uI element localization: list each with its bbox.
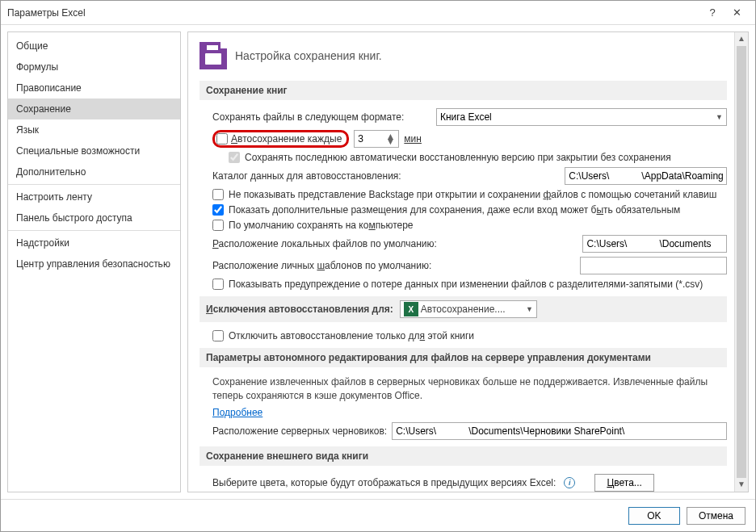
keep-last-autorecovered-label: Сохранять последнюю автоматически восста… (245, 152, 671, 163)
close-button[interactable]: ✕ (724, 6, 749, 19)
autosave-highlight: ААвтосохранение каждыевтосохранение кажд… (212, 130, 349, 148)
section-autorecover-label: Исключения автовосстановления для: (206, 304, 393, 315)
scroll-up-arrow[interactable]: ▲ (735, 32, 748, 46)
autorecover-dir-input[interactable] (565, 167, 727, 185)
section-autorecover-exceptions: Исключения автовосстановления для: Исклю… (200, 296, 727, 322)
section-offline-editing: Параметры автономного редактирования для… (200, 348, 727, 367)
info-icon[interactable]: i (564, 477, 575, 488)
colors-label: Выберите цвета, которые будут отображать… (212, 477, 556, 488)
sidebar-separator (8, 184, 180, 185)
csv-warning-label: Показывать предупреждение о потере данны… (229, 279, 703, 290)
dialog-body: Общие Формулы Правописание Сохранение Яз… (1, 25, 755, 499)
sidebar-item-general[interactable]: Общие (8, 36, 180, 57)
autorecover-dir-label: Каталог данных для автовосстановления: (212, 170, 401, 182)
sidebar-item-save[interactable]: Сохранение (8, 98, 180, 119)
cancel-button[interactable]: Отмена (687, 507, 746, 525)
local-files-input[interactable] (582, 235, 727, 253)
sidebar-item-accessibility[interactable]: Специальные возможности (8, 140, 180, 161)
save-format-dropdown[interactable]: Книга Excel ▼ (436, 108, 727, 126)
autosave-minutes-value: 3 (358, 133, 385, 145)
default-save-pc-checkbox[interactable] (212, 220, 224, 231)
autosave-checkbox[interactable] (216, 133, 228, 145)
server-drafts-input[interactable] (392, 422, 727, 440)
sidebar-item-addins[interactable]: Надстройки (8, 232, 180, 253)
show-additional-locations-label: Показать дополнительные размещения для с… (229, 204, 680, 216)
chevron-down-icon: ▼ (712, 113, 723, 121)
sidebar-item-advanced[interactable]: Дополнительно (8, 161, 180, 182)
scroll-thumb[interactable] (737, 46, 746, 492)
help-button[interactable]: ? (700, 6, 724, 19)
disable-autorecover-checkbox[interactable] (212, 330, 224, 341)
colors-button[interactable]: Цвета... (594, 474, 653, 492)
main-panel: Настройка сохранения книг. Сохранение кн… (187, 31, 749, 492)
window-title: Параметры Excel (7, 7, 700, 19)
autorecover-workbook-dropdown[interactable]: X Автосохранение.... ▼ (400, 300, 537, 318)
ok-button[interactable]: OK (628, 507, 680, 525)
spinner-buttons[interactable]: ▲▼ (385, 134, 395, 144)
sidebar: Общие Формулы Правописание Сохранение Яз… (7, 31, 181, 492)
scroll-down-arrow[interactable]: ▼ (735, 478, 748, 492)
personal-templates-input[interactable] (580, 257, 727, 274)
autosave-minutes-input[interactable]: 3 ▲▼ (354, 130, 399, 148)
sidebar-item-language[interactable]: Язык (8, 119, 180, 140)
csv-warning-checkbox[interactable] (212, 279, 224, 290)
sidebar-item-formulas[interactable]: Формулы (8, 57, 180, 77)
keep-last-autorecovered-checkbox (229, 152, 240, 163)
save-format-value: Книга Excel (440, 111, 712, 123)
autosave-unit: мин (404, 133, 422, 145)
section-save-books: Сохранение книг (200, 81, 727, 100)
learn-more-link[interactable]: Подробнее (212, 407, 262, 418)
section-appearance: Сохранение внешнего вида книги (200, 446, 727, 466)
sidebar-item-proofing[interactable]: Правописание (8, 77, 180, 98)
sidebar-item-trust-center[interactable]: Центр управления безопасностью (8, 253, 180, 274)
chevron-down-icon: ▼ (523, 305, 533, 313)
default-save-pc-label: По умолчанию сохранять на компьютере (229, 220, 414, 231)
save-format-label: Сохранять файлы в следующем формате: (212, 111, 404, 123)
show-additional-locations-checkbox[interactable] (212, 204, 224, 216)
autosave-label: ААвтосохранение каждыевтосохранение кажд… (231, 133, 342, 145)
server-drafts-label: Расположение серверных черновиков: (212, 425, 387, 437)
no-backstage-checkbox[interactable] (212, 189, 224, 200)
sidebar-item-quick-access[interactable]: Панель быстрого доступа (8, 207, 180, 228)
page-header: Настройка сохранения книг. (200, 42, 727, 69)
titlebar: Параметры Excel ? ✕ (1, 1, 755, 25)
save-icon (200, 42, 227, 69)
local-files-label: Расположение локальных файлов по умолчан… (212, 238, 437, 249)
personal-templates-label: Расположение личных шаблонов по умолчани… (212, 260, 431, 271)
excel-file-icon: X (404, 302, 418, 316)
no-backstage-label: Не показывать представление Backstage пр… (229, 189, 716, 200)
sidebar-item-customize-ribbon[interactable]: Настроить ленту (8, 186, 180, 207)
sidebar-separator (8, 230, 180, 231)
vertical-scrollbar[interactable]: ▲ ▼ (734, 32, 748, 492)
dialog-footer: OK Отмена (1, 499, 755, 531)
offline-note: Сохранение извлеченных файлов в серверны… (212, 375, 727, 403)
autorecover-workbook-value: Автосохранение.... (421, 304, 523, 315)
disable-autorecover-label: Отключить автовосстановление только для … (229, 330, 474, 341)
page-title: Настройка сохранения книг. (235, 49, 382, 62)
